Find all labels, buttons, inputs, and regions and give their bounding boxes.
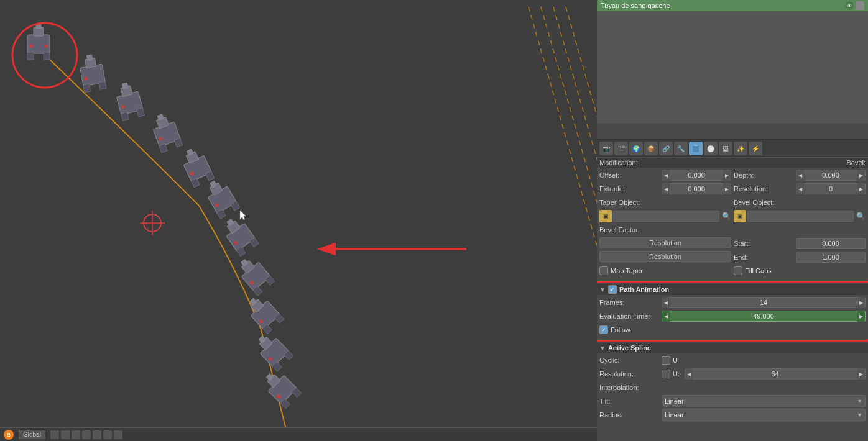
- cyclic-u-checkbox[interactable]: [662, 356, 670, 365]
- lock-icon[interactable]: [856, 1, 864, 10]
- texture-icon[interactable]: 🖼: [719, 142, 732, 155]
- status-icon-1[interactable]: [50, 430, 59, 439]
- frames-field[interactable]: ◀ 14 ▶: [662, 297, 866, 308]
- bevel-eyedropper[interactable]: 🔍: [856, 212, 866, 220]
- offset-value[interactable]: 0.000: [670, 171, 723, 179]
- object-icon[interactable]: 📦: [644, 142, 658, 155]
- bf-start-label: Start:: [734, 240, 796, 247]
- taper-field-row: ▣ 🔍: [599, 210, 731, 222]
- status-icon-7[interactable]: [114, 430, 122, 439]
- bf-start-value-row: Start: 0.000: [734, 237, 866, 250]
- offset-left-arrow[interactable]: ◀: [662, 170, 670, 181]
- divider-2: [599, 340, 866, 341]
- bf-start-col: Start: 0.000: [734, 237, 866, 251]
- radius-dropdown[interactable]: Linear ▼: [662, 409, 866, 421]
- eval-time-field[interactable]: ◀ 49.000 ▶: [662, 311, 866, 322]
- bf-end-value-row: End: 1.000: [734, 251, 866, 263]
- spline-triangle-icon: ▼: [599, 345, 606, 352]
- depth-left-arrow[interactable]: ◀: [796, 170, 804, 181]
- status-global-btn[interactable]: Global: [19, 430, 45, 439]
- resolution-field[interactable]: ◀ 0 ▶: [796, 183, 866, 194]
- follow-label: Follow: [611, 326, 630, 334]
- active-spline-props: Cyclic: U Resolution: U: ◀ 64: [597, 354, 868, 424]
- status-icon-3[interactable]: [72, 430, 80, 439]
- active-spline-title: Active Spline: [608, 344, 651, 352]
- physics-icon[interactable]: ⚡: [749, 142, 762, 155]
- frames-value[interactable]: 14: [670, 299, 857, 306]
- offset-field[interactable]: ◀ 0.000 ▶: [662, 170, 731, 181]
- modifier-icon[interactable]: 🔧: [674, 142, 688, 155]
- cyclic-u-label: U: [673, 357, 678, 364]
- material-icon[interactable]: ⚪: [704, 142, 718, 155]
- viewport[interactable]: B Global: [0, 0, 597, 441]
- fill-caps-checkbox[interactable]: [734, 266, 742, 275]
- follow-checkbox[interactable]: [599, 325, 608, 334]
- blender-logo: B: [4, 430, 14, 440]
- bf-resolution-btn[interactable]: Resolution: [599, 237, 731, 248]
- status-icon-6[interactable]: [103, 430, 112, 439]
- map-taper-checkbox[interactable]: [599, 266, 608, 275]
- properties-toolbar: 📷 🎬 🌍 📦 🔗 🔧 ⚪ 🖼 ✨: [597, 140, 868, 158]
- depth-label: Depth:: [734, 171, 796, 179]
- bevel-obj-row: Bevel Object:: [734, 196, 866, 209]
- bf-res2-col: Resolution: [599, 251, 731, 265]
- map-fill-row: Map Taper Fill Caps: [599, 265, 866, 278]
- offset-right-arrow[interactable]: ▶: [723, 170, 731, 181]
- status-icon-4[interactable]: [82, 430, 91, 439]
- constraint-icon[interactable]: 🔗: [659, 142, 673, 155]
- extrude-label: Extrude:: [599, 185, 662, 193]
- bf-res1-col: Resolution: [599, 237, 731, 251]
- render-icon[interactable]: 📷: [599, 142, 613, 155]
- path-animation-header[interactable]: ▼ Path Animation: [597, 284, 868, 295]
- depth-right-arrow[interactable]: ▶: [857, 170, 865, 181]
- cyclic-label: Cyclic:: [599, 357, 662, 364]
- depth-field[interactable]: ◀ 0.000 ▶: [796, 170, 866, 181]
- path-animation-props: Frames: ◀ 14 ▶ Evaluation Time: ◀ 49.000: [597, 296, 868, 339]
- resolution-row: Resolution: ◀ 0 ▶: [734, 183, 866, 195]
- bevel-obj-field[interactable]: [747, 211, 854, 222]
- eval-right-arrow[interactable]: ▶: [857, 311, 865, 322]
- visibility-icon[interactable]: 👁: [845, 1, 854, 10]
- status-bar: B Global: [0, 427, 597, 441]
- tilt-dropdown[interactable]: Linear ▼: [662, 395, 866, 407]
- active-spline-header[interactable]: ▼ Active Spline: [597, 343, 868, 353]
- spline-res-value[interactable]: 64: [693, 370, 857, 378]
- bf-start-field[interactable]: 0.000: [796, 238, 866, 249]
- status-icon-2[interactable]: [61, 430, 70, 439]
- frames-left-arrow[interactable]: ◀: [662, 297, 670, 308]
- data-icon[interactable]: [689, 142, 703, 155]
- resolution-col: Resolution: ◀ 0 ▶: [734, 183, 866, 196]
- eval-left-arrow[interactable]: ◀: [662, 311, 670, 322]
- spline-res-left[interactable]: ◀: [685, 368, 693, 380]
- taper-obj-field[interactable]: [613, 211, 719, 222]
- spline-res-right[interactable]: ▶: [857, 368, 865, 380]
- res-left-arrow[interactable]: ◀: [796, 183, 804, 194]
- radius-row: Radius: Linear ▼: [599, 409, 866, 421]
- eval-time-label: Evaluation Time:: [599, 312, 662, 320]
- radius-label: Radius:: [599, 411, 662, 419]
- resolution-value[interactable]: 0: [804, 185, 857, 193]
- bf-resolution2-btn[interactable]: Resolution: [599, 251, 731, 262]
- status-icon-5[interactable]: [93, 430, 101, 439]
- world-icon[interactable]: 🌍: [629, 142, 643, 155]
- extrude-left-arrow[interactable]: ◀: [662, 183, 670, 194]
- svg-rect-16: [83, 84, 91, 93]
- extrude-right-arrow[interactable]: ▶: [723, 183, 731, 194]
- data-icon-svg: [691, 144, 700, 153]
- spline-res-u-checkbox[interactable]: [662, 370, 670, 378]
- extrude-value[interactable]: 0.000: [670, 185, 723, 193]
- bf-end-field[interactable]: 1.000: [796, 252, 866, 263]
- bevel-factor-label-row: Bevel Factor:: [599, 224, 866, 236]
- spline-res-value-field[interactable]: ◀ 64 ▶: [685, 368, 866, 380]
- depth-value[interactable]: 0.000: [804, 171, 857, 179]
- bf-start-row: Resolution Start: 0.000: [599, 237, 866, 251]
- taper-eyedropper[interactable]: 🔍: [722, 212, 731, 220]
- frames-right-arrow[interactable]: ▶: [857, 297, 865, 308]
- particle-icon[interactable]: ✨: [734, 142, 747, 155]
- path-animation-checkbox[interactable]: [608, 285, 617, 294]
- scene-icon[interactable]: 🎬: [614, 142, 628, 155]
- extrude-field[interactable]: ◀ 0.000 ▶: [662, 183, 731, 194]
- res-right-arrow[interactable]: ▶: [857, 183, 865, 194]
- svg-point-8: [29, 44, 33, 48]
- eval-time-value[interactable]: 49.000: [670, 312, 857, 320]
